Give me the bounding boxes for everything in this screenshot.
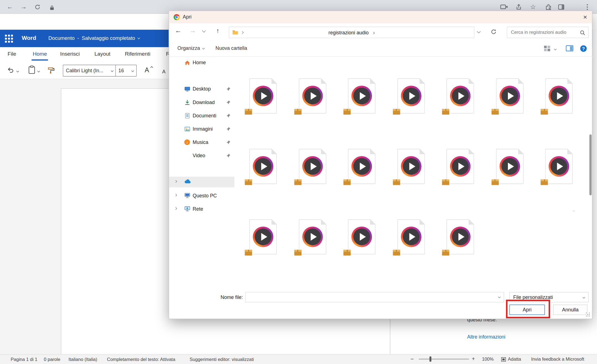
sidebar-item-immagini[interactable]: Immagini xyxy=(169,124,235,135)
paste-clipboard-icon[interactable] xyxy=(28,66,35,76)
fit-label[interactable]: Adatta xyxy=(508,357,521,362)
zoom-out-button[interactable]: − xyxy=(410,356,414,362)
grow-font-button[interactable]: A xyxy=(145,67,149,74)
undo-icon[interactable] xyxy=(7,67,14,75)
tab-layout[interactable]: Layout xyxy=(94,51,110,61)
audio-file-icon[interactable] xyxy=(348,149,375,184)
audio-file-icon[interactable] xyxy=(249,219,277,254)
audio-file-icon[interactable] xyxy=(299,78,326,113)
tab-file[interactable]: File xyxy=(8,51,16,61)
audio-file-icon[interactable] xyxy=(545,78,573,113)
zoom-slider-handle[interactable] xyxy=(430,357,431,362)
audio-file-icon[interactable] xyxy=(447,219,474,254)
undo-dropdown-icon[interactable] xyxy=(16,70,19,73)
nav-recent-dropdown-icon[interactable] xyxy=(202,29,206,33)
new-folder-button[interactable]: Nuova cartella xyxy=(216,45,247,51)
share-icon[interactable] xyxy=(514,2,523,11)
cancel-button[interactable]: Annulla xyxy=(553,304,588,315)
browser-menu-icon[interactable] xyxy=(583,2,592,11)
feedback-link[interactable]: Invia feedback a Microsoft xyxy=(531,357,584,362)
audio-file-icon[interactable] xyxy=(249,149,277,184)
audio-file-icon[interactable] xyxy=(299,219,326,254)
app-launcher-icon[interactable] xyxy=(5,35,13,43)
nav-back-icon[interactable]: ← xyxy=(174,26,183,35)
browser-reload-icon[interactable] xyxy=(33,2,42,11)
nav-forward-icon[interactable]: → xyxy=(188,26,197,35)
side-panel-icon[interactable] xyxy=(557,2,566,11)
document-title[interactable]: Documento - Salvataggio completato xyxy=(48,35,140,41)
address-breadcrumb-bar[interactable]: registrazioni audio › xyxy=(229,27,474,38)
file-name-input[interactable] xyxy=(245,292,504,302)
audio-file-icon[interactable] xyxy=(348,219,375,254)
resize-grip[interactable] xyxy=(586,313,590,317)
format-painter-icon[interactable] xyxy=(47,67,55,75)
audio-file-icon[interactable] xyxy=(447,149,474,184)
sidebar-item-musica[interactable]: ♪ Musica xyxy=(169,137,235,148)
dialog-close-button[interactable]: × xyxy=(580,12,590,22)
search-box[interactable] xyxy=(507,27,589,38)
browser-back-icon[interactable]: ← xyxy=(5,2,14,11)
tab-home[interactable]: Home xyxy=(33,51,47,61)
fit-page-icon[interactable] xyxy=(501,357,506,363)
audio-file-icon[interactable] xyxy=(397,149,425,184)
audio-file-icon[interactable] xyxy=(545,149,573,184)
refresh-icon[interactable] xyxy=(490,29,497,36)
sidebar-item-home[interactable]: Home xyxy=(169,58,235,68)
word-count[interactable]: 0 parole xyxy=(44,357,60,362)
tree-expand-icon[interactable] xyxy=(174,180,177,183)
pin-icon[interactable] xyxy=(226,140,231,146)
pin-icon[interactable] xyxy=(226,153,231,159)
audio-file-icon[interactable] xyxy=(348,78,375,113)
audio-file-icon[interactable] xyxy=(299,149,326,184)
audio-file-icon[interactable] xyxy=(496,149,523,184)
paste-dropdown-icon[interactable] xyxy=(37,70,40,73)
sidebar-item-documenti[interactable]: Documenti xyxy=(169,110,235,121)
text-completion-status[interactable]: Completamento del testo: Attivata xyxy=(107,357,175,362)
view-mode-icon[interactable] xyxy=(544,45,551,53)
bookmark-star-icon[interactable]: ☆ xyxy=(528,2,537,11)
file-list-scrollbar-thumb[interactable] xyxy=(589,135,591,195)
more-info-link[interactable]: Altre informazioni xyxy=(467,334,505,340)
view-mode-dropdown-icon[interactable] xyxy=(554,48,557,50)
dialog-title-bar[interactable]: Apri × xyxy=(169,11,592,23)
pin-icon[interactable] xyxy=(226,113,231,119)
browser-forward-icon[interactable]: → xyxy=(19,2,28,11)
file-name-field[interactable] xyxy=(245,292,504,302)
audio-file-icon[interactable] xyxy=(249,78,277,113)
sidebar-item-rete[interactable]: Rete xyxy=(169,204,235,215)
tree-expand-icon[interactable] xyxy=(174,207,177,210)
shrink-font-button[interactable]: A xyxy=(162,69,166,75)
preview-pane-icon[interactable] xyxy=(566,45,573,53)
breadcrumb-path[interactable]: registrazioni audio › xyxy=(229,30,474,35)
font-size-select[interactable]: 16 xyxy=(115,65,137,77)
audio-file-icon[interactable] xyxy=(397,219,425,254)
camera-icon[interactable] xyxy=(500,2,509,11)
search-input[interactable] xyxy=(507,27,588,38)
zoom-slider-track[interactable] xyxy=(419,359,469,360)
audio-file-icon[interactable] xyxy=(447,78,474,113)
audio-file-icon[interactable] xyxy=(496,78,523,113)
pin-icon[interactable] xyxy=(226,100,231,106)
font-name-select[interactable]: Calibri Light (In... xyxy=(63,65,116,77)
extensions-puzzle-icon[interactable] xyxy=(544,2,553,11)
nav-up-icon[interactable]: ↑ xyxy=(213,26,222,35)
tab-riferimenti[interactable]: Riferimenti xyxy=(125,51,150,61)
tab-inserisci[interactable]: Inserisci xyxy=(60,51,80,61)
zoom-in-button[interactable]: + xyxy=(472,355,475,362)
sidebar-item-questo-pc[interactable]: Questo PC xyxy=(169,190,235,201)
sidebar-item-download[interactable]: Download xyxy=(169,97,235,108)
sidebar-item-onedrive[interactable] xyxy=(169,177,235,187)
pin-icon[interactable] xyxy=(226,127,231,133)
sidebar-item-desktop[interactable]: Desktop xyxy=(169,84,235,95)
page-count[interactable]: Pagina 1 di 1 xyxy=(11,357,37,362)
tree-expand-icon[interactable] xyxy=(174,194,177,197)
language-indicator[interactable]: Italiano (Italia) xyxy=(69,357,97,362)
address-dropdown-icon[interactable] xyxy=(477,30,481,33)
sidebar-item-video[interactable]: Video xyxy=(169,150,235,161)
audio-file-icon[interactable] xyxy=(397,78,425,113)
organize-menu[interactable]: Organizza xyxy=(177,45,205,51)
zoom-percentage[interactable]: 100% xyxy=(482,357,494,362)
editor-suggestions-status[interactable]: Suggerimenti editor: visualizzati xyxy=(190,357,254,362)
pin-icon[interactable] xyxy=(226,87,231,93)
help-icon[interactable]: ? xyxy=(580,45,586,52)
